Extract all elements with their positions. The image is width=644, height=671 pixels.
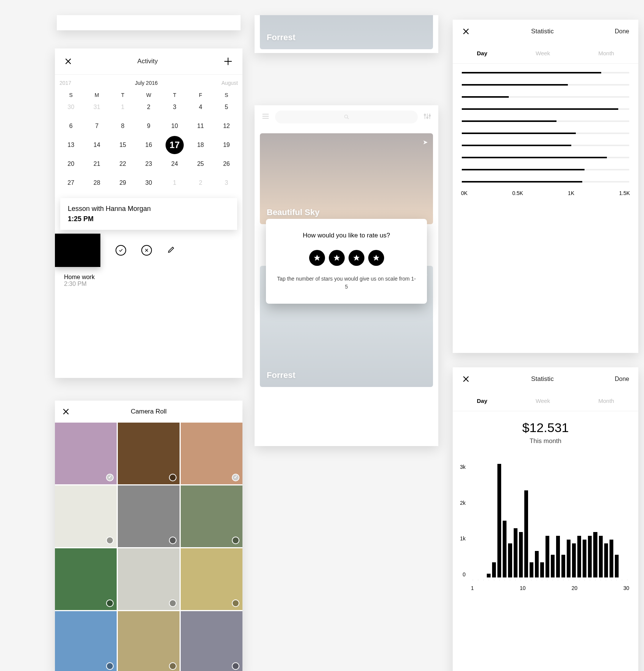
done-button[interactable]: Done [615, 28, 629, 35]
calendar-day[interactable]: 7 [84, 122, 109, 131]
xaxis-tick: 1 [471, 585, 474, 591]
calendar-day[interactable]: 11 [188, 122, 213, 131]
calendar-day[interactable]: 28 [84, 178, 109, 187]
chart-bar [535, 551, 539, 577]
calendar-day[interactable]: 5 [214, 103, 239, 112]
calendar-day[interactable]: 29 [110, 178, 136, 187]
calendar-day[interactable]: 15 [110, 140, 136, 150]
calendar-day[interactable]: 2 [136, 103, 161, 112]
photo-thumbnail[interactable] [118, 611, 180, 671]
color-swatch[interactable] [55, 234, 100, 267]
tab-day[interactable]: Day [477, 398, 488, 404]
selection-indicator [169, 599, 177, 607]
photo-thumbnail[interactable] [181, 423, 242, 484]
statistic-bars-card: Statistic Done DayWeekMonth 0K0.5K1K1.5K [453, 20, 638, 353]
tab-week[interactable]: Week [536, 50, 550, 56]
tab-day[interactable]: Day [477, 50, 488, 56]
xaxis-tick: 1.5K [619, 190, 630, 196]
calendar-day[interactable]: 30 [136, 178, 161, 187]
calendar-day[interactable]: 25 [188, 159, 213, 169]
bar-track [462, 169, 629, 170]
bar-track [462, 145, 629, 146]
photo-grid [55, 423, 242, 671]
calendar-day[interactable]: 23 [136, 159, 161, 169]
calendar-day[interactable]: 2 [188, 178, 213, 187]
modal-heading: How would you like to rate us? [276, 232, 417, 239]
calendar-day[interactable]: 21 [84, 159, 109, 169]
photo-thumbnail[interactable] [181, 485, 242, 547]
bar-fill [462, 96, 509, 98]
calendar-day[interactable]: 3 [214, 178, 239, 187]
confirm-icon[interactable] [116, 245, 126, 256]
bar-track [462, 133, 629, 134]
calendar-day[interactable]: 12 [214, 122, 239, 131]
calendar-day[interactable]: 22 [110, 159, 136, 169]
x-dots: ······························ [471, 578, 629, 582]
edit-icon[interactable] [167, 245, 175, 255]
calendar-day[interactable]: 3 [162, 103, 188, 112]
yaxis-tick: 2k [454, 500, 466, 506]
xaxis-tick: 0.5K [512, 190, 523, 196]
calendar-day[interactable]: 30 [58, 103, 84, 112]
close-icon[interactable] [62, 407, 70, 416]
tab-month[interactable]: Month [599, 50, 614, 56]
xaxis-tick: 1K [568, 190, 574, 196]
close-icon[interactable] [64, 57, 72, 66]
close-icon[interactable] [462, 27, 470, 36]
next-month-label[interactable]: August [221, 80, 238, 86]
photo-thumbnail[interactable] [118, 548, 180, 610]
bar-fill [462, 108, 618, 110]
activity-title: Activity [138, 58, 158, 65]
calendar-day[interactable]: 10 [162, 122, 188, 131]
selection-indicator [106, 599, 114, 607]
calendar-day[interactable]: 1 [110, 103, 136, 112]
dismiss-icon[interactable] [141, 245, 152, 256]
close-icon[interactable] [462, 375, 470, 383]
calendar-day[interactable]: 1 [162, 178, 188, 187]
event-time: 2:30 PM [64, 281, 233, 287]
tab-month[interactable]: Month [599, 398, 614, 404]
star-icon[interactable] [309, 250, 325, 266]
photo-thumbnail[interactable] [55, 548, 117, 610]
calendar-day[interactable]: 31 [84, 103, 109, 112]
calendar-day[interactable]: 17 [162, 140, 188, 150]
chart-bar [583, 540, 586, 577]
event-card[interactable]: Lesson with Hanna Morgan 1:25 PM [60, 198, 237, 230]
prev-year-label[interactable]: 2017 [59, 80, 71, 86]
bar-track [462, 108, 629, 110]
calendar-day[interactable]: 26 [214, 159, 239, 169]
event-card[interactable]: Home work 2:30 PM [55, 267, 242, 294]
stat-title: Statistic [531, 28, 554, 35]
calendar-day[interactable]: 4 [188, 103, 213, 112]
photo-thumbnail[interactable] [118, 485, 180, 547]
calendar-day[interactable]: 9 [136, 122, 161, 131]
calendar-day[interactable]: 20 [58, 159, 84, 169]
calendar-day[interactable]: 8 [110, 122, 136, 131]
activity-header: Activity [55, 48, 242, 75]
photo-thumbnail[interactable] [181, 548, 242, 610]
add-icon[interactable] [223, 56, 233, 67]
star-icon[interactable] [329, 250, 345, 266]
selection-indicator [106, 474, 114, 481]
star-icon[interactable] [349, 250, 364, 266]
photo-thumbnail[interactable] [55, 485, 117, 547]
star-icon[interactable] [368, 250, 384, 266]
tab-week[interactable]: Week [536, 398, 550, 404]
done-button[interactable]: Done [615, 376, 629, 382]
calendar-day[interactable]: 18 [188, 140, 213, 150]
calendar-day[interactable]: 16 [136, 140, 161, 150]
calendar-day[interactable]: 14 [84, 140, 109, 150]
calendar-day[interactable]: 19 [214, 140, 239, 150]
calendar-day[interactable]: 13 [58, 140, 84, 150]
calendar-day[interactable]: 27 [58, 178, 84, 187]
chart-bar [508, 543, 512, 577]
calendar-day[interactable]: 24 [162, 159, 188, 169]
calendar-day[interactable]: 6 [58, 122, 84, 131]
photo-thumbnail[interactable] [181, 611, 242, 671]
photo-thumbnail[interactable] [55, 611, 117, 671]
event-title: Lesson with Hanna Morgan [68, 205, 230, 213]
photo-thumbnail[interactable] [55, 423, 117, 484]
photo-thumbnail[interactable] [118, 423, 180, 484]
xaxis-tick: 10 [520, 585, 526, 591]
selection-indicator [106, 537, 114, 544]
